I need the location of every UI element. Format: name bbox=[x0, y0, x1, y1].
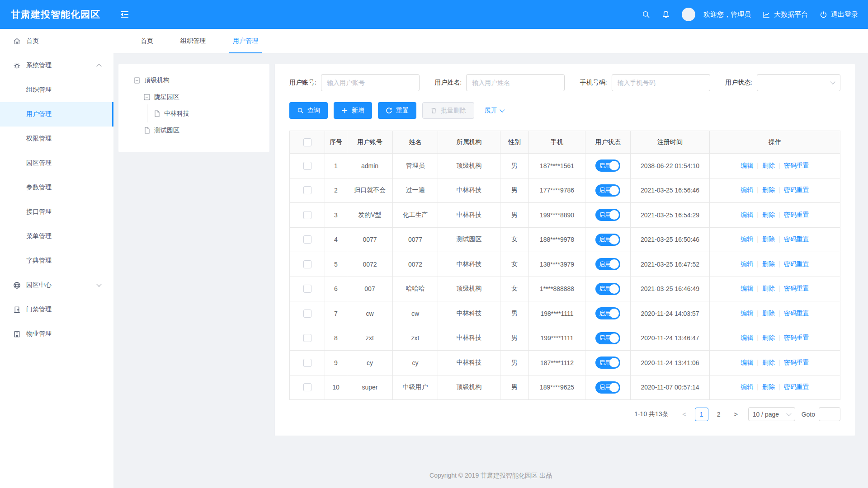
cell-gender: 男 bbox=[500, 326, 529, 351]
action-edit-link[interactable]: 编辑 bbox=[741, 260, 753, 267]
status-toggle[interactable]: 启用 bbox=[595, 234, 620, 246]
tab-home[interactable]: 首页 bbox=[133, 29, 160, 53]
row-checkbox[interactable] bbox=[303, 383, 311, 391]
row-checkbox[interactable] bbox=[303, 186, 311, 194]
action-edit-link[interactable]: 编辑 bbox=[741, 186, 753, 193]
tree-node-top-org[interactable]: 顶级机构 bbox=[134, 72, 269, 89]
bigdata-platform-link[interactable]: 大数据平台 bbox=[763, 10, 808, 19]
search-button[interactable]: 查询 bbox=[289, 102, 328, 119]
action-delete-link[interactable]: 删除 bbox=[762, 310, 775, 317]
minus-square-icon[interactable] bbox=[144, 94, 150, 100]
phone-input[interactable] bbox=[612, 74, 710, 91]
sidebar-item-home[interactable]: 首页 bbox=[0, 29, 113, 53]
expand-link[interactable]: 展开 bbox=[485, 107, 504, 115]
goto-page-input[interactable] bbox=[819, 407, 840, 421]
bell-icon[interactable] bbox=[662, 10, 670, 19]
row-checkbox[interactable] bbox=[303, 235, 311, 244]
action-separator: | bbox=[757, 260, 759, 267]
row-checkbox[interactable] bbox=[303, 162, 311, 170]
sidebar-item-user[interactable]: 用户管理 bbox=[0, 102, 113, 127]
account-input[interactable] bbox=[321, 74, 420, 91]
status-toggle[interactable]: 启用 bbox=[595, 307, 620, 319]
row-checkbox[interactable] bbox=[303, 359, 311, 367]
status-toggle[interactable]: 启用 bbox=[595, 332, 620, 344]
status-toggle[interactable]: 启用 bbox=[595, 209, 620, 221]
action-delete-link[interactable]: 删除 bbox=[762, 211, 775, 218]
action-reset-password-link[interactable]: 密码重置 bbox=[784, 186, 809, 193]
sidebar-item-param[interactable]: 参数管理 bbox=[0, 175, 113, 200]
tab-user[interactable]: 用户管理 bbox=[226, 29, 265, 53]
sidebar-item-dict[interactable]: 字典管理 bbox=[0, 249, 113, 273]
sidebar-item-org[interactable]: 组织管理 bbox=[0, 78, 113, 102]
row-checkbox[interactable] bbox=[303, 211, 311, 219]
sidebar-item-access[interactable]: 门禁管理 bbox=[0, 297, 113, 322]
row-checkbox[interactable] bbox=[303, 310, 311, 318]
logout-link[interactable]: 退出登录 bbox=[820, 10, 858, 19]
next-page-button[interactable]: > bbox=[729, 408, 743, 421]
action-edit-link[interactable]: 编辑 bbox=[741, 359, 753, 366]
action-edit-link[interactable]: 编辑 bbox=[741, 211, 753, 218]
tree-node-longxing[interactable]: 陇星园区 bbox=[144, 89, 269, 105]
reset-button[interactable]: 重置 bbox=[378, 102, 416, 119]
action-reset-password-link[interactable]: 密码重置 bbox=[784, 285, 809, 292]
status-toggle[interactable]: 启用 bbox=[595, 357, 620, 369]
action-delete-link[interactable]: 删除 bbox=[762, 235, 775, 243]
action-reset-password-link[interactable]: 密码重置 bbox=[784, 235, 809, 243]
search-icon[interactable] bbox=[642, 10, 650, 19]
action-edit-link[interactable]: 编辑 bbox=[741, 285, 753, 292]
sidebar-item-api[interactable]: 接口管理 bbox=[0, 200, 113, 224]
action-edit-link[interactable]: 编辑 bbox=[741, 310, 753, 317]
select-all-checkbox[interactable] bbox=[303, 138, 311, 146]
action-edit-link[interactable]: 编辑 bbox=[741, 162, 753, 169]
tree-node-test-park[interactable]: 测试园区 bbox=[144, 122, 269, 139]
action-reset-password-link[interactable]: 密码重置 bbox=[784, 383, 809, 390]
action-reset-password-link[interactable]: 密码重置 bbox=[784, 260, 809, 267]
avatar[interactable] bbox=[682, 8, 695, 21]
sidebar-item-property[interactable]: 物业管理 bbox=[0, 322, 113, 346]
status-toggle[interactable]: 启用 bbox=[595, 184, 620, 197]
row-checkbox[interactable] bbox=[303, 285, 311, 293]
sidebar-item-system[interactable]: 系统管理 bbox=[0, 53, 113, 78]
add-button[interactable]: 新增 bbox=[334, 102, 372, 119]
action-edit-link[interactable]: 编辑 bbox=[741, 334, 753, 341]
action-delete-link[interactable]: 删除 bbox=[762, 285, 775, 292]
toggle-knob bbox=[609, 383, 619, 392]
cell-account: cy bbox=[347, 351, 393, 375]
sidebar-item-permission[interactable]: 权限管理 bbox=[0, 127, 113, 151]
page-button-1[interactable]: 1 bbox=[695, 408, 708, 421]
status-toggle[interactable]: 启用 bbox=[595, 258, 620, 270]
tree-node-zhonglin[interactable]: 中林科技 bbox=[154, 105, 269, 122]
action-delete-link[interactable]: 删除 bbox=[762, 186, 775, 193]
action-reset-password-link[interactable]: 密码重置 bbox=[784, 359, 809, 366]
status-toggle[interactable]: 启用 bbox=[595, 283, 620, 295]
menu-fold-icon[interactable] bbox=[120, 10, 129, 19]
status-toggle[interactable]: 启用 bbox=[595, 381, 620, 394]
action-delete-link[interactable]: 删除 bbox=[762, 162, 775, 169]
row-checkbox[interactable] bbox=[303, 260, 311, 268]
tab-org[interactable]: 组织管理 bbox=[173, 29, 213, 53]
page-button-2[interactable]: 2 bbox=[712, 408, 726, 421]
status-toggle[interactable]: 启用 bbox=[595, 160, 620, 172]
cell-seq: 3 bbox=[325, 203, 347, 228]
action-reset-password-link[interactable]: 密码重置 bbox=[784, 310, 809, 317]
cell-status: 启用 bbox=[585, 227, 631, 252]
minus-square-icon[interactable] bbox=[134, 77, 140, 84]
batch-delete-button[interactable]: 批量删除 bbox=[422, 102, 474, 119]
prev-page-button[interactable]: < bbox=[678, 408, 691, 421]
sidebar-item-park-center[interactable]: 园区中心 bbox=[0, 273, 113, 297]
action-delete-link[interactable]: 删除 bbox=[762, 334, 775, 341]
name-input[interactable] bbox=[466, 74, 565, 91]
action-edit-link[interactable]: 编辑 bbox=[741, 235, 753, 243]
action-delete-link[interactable]: 删除 bbox=[762, 260, 775, 267]
user-status-select[interactable] bbox=[757, 74, 840, 91]
action-edit-link[interactable]: 编辑 bbox=[741, 383, 753, 390]
action-delete-link[interactable]: 删除 bbox=[762, 359, 775, 366]
action-reset-password-link[interactable]: 密码重置 bbox=[784, 162, 809, 169]
row-checkbox[interactable] bbox=[303, 334, 311, 342]
action-reset-password-link[interactable]: 密码重置 bbox=[784, 334, 809, 341]
page-size-select[interactable]: 10 / page bbox=[748, 407, 795, 421]
action-delete-link[interactable]: 删除 bbox=[762, 383, 775, 390]
sidebar-item-park[interactable]: 园区管理 bbox=[0, 151, 113, 175]
action-reset-password-link[interactable]: 密码重置 bbox=[784, 211, 809, 218]
sidebar-item-menu[interactable]: 菜单管理 bbox=[0, 224, 113, 249]
